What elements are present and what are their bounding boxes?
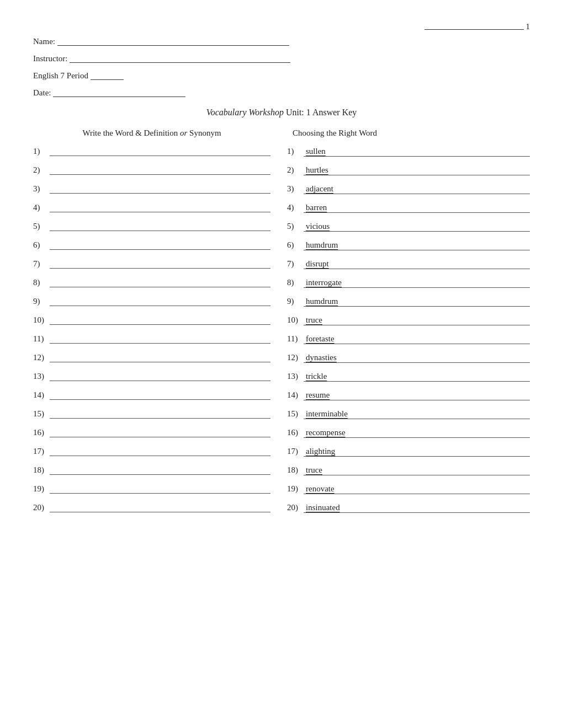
answer-row: 5)5)vicious	[33, 216, 530, 232]
right-col: 3)adjacent	[282, 184, 530, 194]
left-answer-line	[50, 399, 270, 400]
right-item-number: 3)	[287, 184, 304, 194]
item-number: 2)	[33, 165, 50, 175]
left-answer-line	[50, 212, 270, 212]
right-col: 6)humdrum	[282, 240, 530, 250]
left-answer-line	[50, 456, 270, 456]
page-number: 1	[526, 22, 530, 31]
right-answer: humdrum	[304, 297, 530, 307]
right-answer: trickle	[304, 372, 530, 382]
left-col: 9)	[33, 297, 282, 307]
left-col: 6)	[33, 240, 282, 250]
period-underline	[91, 79, 124, 80]
right-col: 9)humdrum	[282, 297, 530, 307]
right-answer: adjacent	[304, 184, 530, 194]
left-col: 4)	[33, 203, 282, 213]
left-col: 20)	[33, 503, 282, 513]
left-col-header: Write the Word & Definition or Synonym	[33, 129, 282, 138]
left-col: 16)	[33, 428, 282, 438]
left-answer-line	[50, 306, 270, 306]
right-item-number: 18)	[287, 465, 304, 475]
right-col: 18)truce	[282, 465, 530, 475]
title-italic: Vocabulary Workshop	[206, 108, 284, 117]
name-underline	[57, 45, 289, 46]
item-number: 8)	[33, 278, 50, 288]
right-answer: foretaste	[304, 334, 530, 344]
right-item-number: 4)	[287, 203, 304, 213]
header-section: Name: Instructor: English 7 Period Date:	[33, 37, 530, 98]
answer-row: 4)4)barren	[33, 197, 530, 213]
answer-row: 7)7)disrupt	[33, 254, 530, 269]
answer-row: 1)1)sullen	[33, 141, 530, 157]
right-item-number: 12)	[287, 353, 304, 363]
right-col: 2)hurtles	[282, 165, 530, 175]
right-item-number: 17)	[287, 447, 304, 457]
right-answer: insinuated	[304, 503, 530, 513]
right-answer: renovate	[304, 484, 530, 494]
right-answer: alighting	[304, 447, 530, 457]
right-item-number: 6)	[287, 240, 304, 250]
answer-rows: 1)1)sullen2)2)hurtles3)3)adjacent4)4)bar…	[33, 141, 530, 513]
left-col: 8)	[33, 278, 282, 288]
answer-row: 6)6)humdrum	[33, 235, 530, 250]
right-col: 20)insinuated	[282, 503, 530, 513]
right-item-number: 1)	[287, 147, 304, 157]
item-number: 5)	[33, 222, 50, 232]
name-field: Name:	[33, 37, 530, 46]
period-label: English 7 Period	[33, 71, 88, 81]
right-item-number: 7)	[287, 259, 304, 269]
right-col: 1)sullen	[282, 147, 530, 157]
left-answer-line	[50, 156, 270, 156]
item-number: 10)	[33, 315, 50, 325]
answer-row: 10)10)truce	[33, 310, 530, 325]
columns-header: Write the Word & Definition or Synonym C…	[33, 129, 530, 138]
right-col: 10)truce	[282, 315, 530, 325]
period-field: English 7 Period	[33, 71, 530, 81]
instructor-underline	[70, 62, 290, 63]
right-item-number: 20)	[287, 503, 304, 513]
left-col: 5)	[33, 222, 282, 232]
right-col: 11)foretaste	[282, 334, 530, 344]
instructor-label: Instructor:	[33, 54, 67, 63]
left-answer-line	[50, 362, 270, 362]
right-col: 4)barren	[282, 203, 530, 213]
left-answer-line	[50, 231, 270, 231]
left-col: 12)	[33, 353, 282, 363]
right-answer: hurtles	[304, 165, 530, 175]
right-item-number: 10)	[287, 315, 304, 325]
answer-row: 11)11)foretaste	[33, 329, 530, 344]
right-item-number: 15)	[287, 409, 304, 419]
left-col: 13)	[33, 372, 282, 382]
right-item-number: 2)	[287, 165, 304, 175]
left-answer-line	[50, 249, 270, 250]
left-answer-line	[50, 287, 270, 287]
title-rest: Unit: 1 Answer Key	[284, 108, 357, 117]
item-number: 1)	[33, 147, 50, 157]
right-answer: barren	[304, 203, 530, 213]
instructor-field: Instructor:	[33, 54, 530, 63]
answer-row: 8)8)interrogate	[33, 272, 530, 288]
left-answer-line	[50, 174, 270, 175]
left-answer-line	[50, 268, 270, 269]
answer-row: 14)14)resume	[33, 385, 530, 400]
right-item-number: 19)	[287, 484, 304, 494]
right-item-number: 11)	[287, 334, 304, 344]
right-col: 7)disrupt	[282, 259, 530, 269]
item-number: 12)	[33, 353, 50, 363]
left-col: 7)	[33, 259, 282, 269]
left-answer-line	[50, 343, 270, 344]
left-answer-line	[50, 437, 270, 437]
right-col: 12)dynasties	[282, 353, 530, 363]
item-number: 20)	[33, 503, 50, 513]
date-field: Date:	[33, 88, 530, 98]
date-label: Date:	[33, 88, 51, 98]
right-col: 17)alighting	[282, 447, 530, 457]
right-col: 16)recompense	[282, 428, 530, 438]
right-answer: resume	[304, 390, 530, 400]
item-number: 6)	[33, 240, 50, 250]
right-answer: dynasties	[304, 353, 530, 363]
left-col: 1)	[33, 147, 282, 157]
right-item-number: 9)	[287, 297, 304, 307]
left-col: 2)	[33, 165, 282, 175]
item-number: 16)	[33, 428, 50, 438]
